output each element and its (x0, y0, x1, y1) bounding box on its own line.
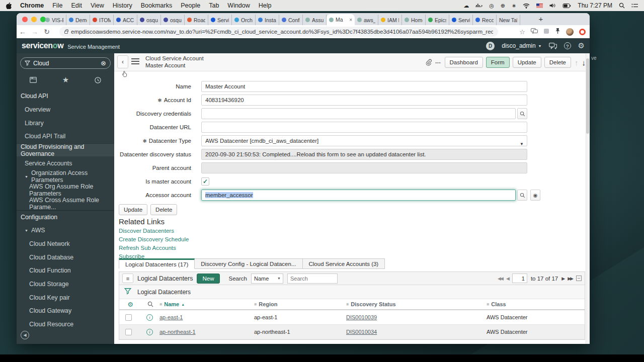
browser-tab-orche[interactable]: Orche (232, 15, 256, 25)
all-applications-icon[interactable] (30, 77, 37, 83)
notification-center-icon[interactable] (631, 3, 638, 8)
menu-people[interactable]: People (181, 2, 200, 9)
next-page-icon[interactable]: ▶ (561, 276, 564, 281)
personalize-list-gear-icon[interactable]: ⚙ (119, 301, 141, 308)
menu-bookmarks[interactable]: Bookmarks (141, 2, 173, 9)
help-icon[interactable]: ? (564, 42, 571, 49)
breadcrumb[interactable]: Logical Datacenters (137, 289, 191, 296)
datacenter-type-select[interactable]: AWS Datacenter [cmdb_ci_aws_datacenter]▼ (201, 135, 527, 146)
back-button[interactable]: ‹ (117, 55, 128, 68)
servicenow-logo[interactable]: servicenow (22, 41, 63, 50)
globe-icon[interactable]: ⊕ (501, 3, 505, 9)
form-context-menu-icon[interactable] (131, 58, 139, 66)
update-button[interactable]: Update (513, 57, 541, 68)
new-record-button[interactable]: New (197, 274, 219, 284)
menu-view[interactable]: View (91, 2, 104, 9)
scrollbar-thumb[interactable] (586, 58, 589, 134)
sidebar-item-cloud-gateway[interactable]: Cloud Gateway (17, 304, 114, 318)
volume-icon[interactable] (549, 3, 556, 8)
user-avatar[interactable]: D (486, 42, 495, 50)
chat-extension-icon[interactable] (531, 28, 538, 36)
last-page-icon[interactable]: ▶▶ (568, 276, 573, 281)
cloud-icon[interactable]: ☁ (463, 3, 469, 9)
address-bar[interactable]: empdiscoawsdemo.service-now.com/nav_to.d… (59, 27, 498, 37)
menu-edit[interactable]: Edit (71, 2, 82, 9)
reference-lookup-icon[interactable] (517, 190, 527, 201)
pin-extension-icon[interactable] (555, 28, 560, 36)
table-row[interactable]: iap-northeast-1ap-northeast-1DIS0010034A… (119, 325, 585, 339)
chevron-expanded-icon[interactable]: ▼ (25, 175, 28, 178)
sidebar-item-service-accounts[interactable]: Service Accounts (17, 156, 114, 170)
related-link-create-discovery-schedule[interactable]: Create Discovery Schedule (119, 236, 189, 242)
related-link-discover-datacenters[interactable]: Discover Datacenters (119, 228, 189, 234)
related-tab-cloud-service-accounts-3[interactable]: Cloud Service Accounts (3) (303, 258, 385, 269)
previous-page-icon[interactable]: ◀ (506, 276, 509, 281)
browser-tab-install[interactable]: Install (256, 15, 279, 25)
chevron-expanded-icon[interactable]: ▼ (25, 229, 28, 232)
browser-tab-new-tab[interactable]: New Tab (497, 15, 520, 25)
new-tab-plus-button[interactable]: + (536, 15, 546, 23)
reference-lookup-icon[interactable] (517, 108, 527, 119)
column-header-discovery-status[interactable]: ≡Discovery Status (346, 301, 487, 307)
column-menu-icon[interactable]: ≡ (346, 302, 349, 307)
user-menu[interactable]: disco_admin▼ (502, 42, 541, 49)
browser-tab-osque[interactable]: osque (137, 15, 161, 25)
browser-tab-acc[interactable]: ACC - (114, 15, 137, 25)
history-clock-icon[interactable] (95, 77, 101, 83)
wifi-icon[interactable] (523, 3, 530, 9)
row-discovery-status-link[interactable]: DIS0010039 (346, 314, 487, 320)
browser-tab-aws-e[interactable]: aws_e (355, 15, 378, 25)
sidebar-item-aws[interactable]: ▼AWS (17, 224, 114, 237)
table-row[interactable]: iap-east-1ap-east-1DIS0010039AWS Datacen… (119, 310, 585, 325)
sidebar-item-cloud-database[interactable]: Cloud Database (17, 250, 114, 264)
browser-tab-home[interactable]: Home (402, 15, 426, 25)
gear-icon[interactable]: ⚙ (578, 41, 585, 50)
dashboard-button[interactable]: Dashboard (445, 57, 483, 68)
sidebar-item-aws-cross-assume-role-parame[interactable]: AWS Cross Assume Role Parame... (17, 197, 114, 211)
related-tab-logical-datacenters-17[interactable]: Logical Datacenters (17) (119, 258, 195, 269)
name-input[interactable]: Master Account (201, 81, 527, 92)
chat-icon[interactable] (549, 43, 557, 49)
keystroke-icon[interactable]: ∗ (512, 3, 516, 9)
delete-form-button[interactable]: Delete (150, 204, 177, 215)
menu-history[interactable]: History (113, 2, 132, 9)
record-info-icon[interactable]: i (146, 314, 153, 321)
sidebar-item-cloud-function[interactable]: Cloud Function (17, 264, 114, 278)
browser-tab-vis-e[interactable]: VIS-E (43, 15, 66, 25)
more-options-icon[interactable]: ••• (435, 60, 441, 65)
record-extension-icon[interactable] (579, 29, 586, 35)
sidebar-item-cloud-resource[interactable]: Cloud Resource (17, 318, 114, 331)
profile-avatar[interactable] (566, 28, 574, 36)
is-master-account-checkbox[interactable]: ✓ (201, 177, 209, 186)
sidebar-item-library[interactable]: Library (17, 116, 114, 130)
row-discovery-status-link[interactable]: DIS0010034 (346, 329, 487, 335)
previous-record-icon[interactable]: ↑ (575, 58, 579, 67)
input-source-flag-icon[interactable] (536, 4, 543, 8)
menu-chrome[interactable]: Chrome (20, 2, 44, 9)
collapse-navigator-button[interactable]: ◀ (21, 331, 29, 339)
browser-tab-roadm[interactable]: Roadm (185, 15, 208, 25)
delete-button[interactable]: Delete (544, 57, 571, 68)
sidebar-item-aws-org-assume-role-parameters[interactable]: AWS Org Assume Role Parameters (17, 184, 114, 197)
sidebar-item-cloud-network[interactable]: Cloud Network (17, 237, 114, 251)
account-id-input[interactable]: 408319436920 (201, 95, 527, 106)
scrollbar[interactable] (586, 53, 590, 344)
column-header-name[interactable]: ≡Name▲ (159, 301, 254, 307)
browser-tab-epics[interactable]: Epics (426, 15, 449, 25)
datacenter-url-input[interactable] (201, 122, 527, 133)
diagnostics-icon[interactable]: ◎ (489, 3, 494, 9)
row-name-link[interactable]: ap-northeast-1 (159, 329, 254, 335)
close-window-button[interactable] (22, 17, 28, 22)
spotlight-search-icon[interactable] (619, 3, 625, 9)
browser-tab-demo[interactable]: Demo (66, 15, 90, 25)
forward-icon[interactable]: → (29, 28, 41, 36)
menu-tab[interactable]: Tab (209, 2, 219, 9)
column-header-region[interactable]: ≡Region (254, 301, 346, 307)
column-menu-icon[interactable]: ≡ (159, 302, 162, 307)
sidebar-item-cloud-storage[interactable]: Cloud Storage (17, 278, 114, 291)
menu-bar-clock[interactable]: Thu 7:27 PM (578, 2, 612, 9)
browser-tab-assur[interactable]: Assur (303, 15, 327, 25)
sidebar-item-organization-access-parameters[interactable]: ▼Organization Access Parameters (17, 170, 114, 184)
page-number-input[interactable] (512, 274, 527, 283)
funnel-icon[interactable] (124, 288, 131, 297)
